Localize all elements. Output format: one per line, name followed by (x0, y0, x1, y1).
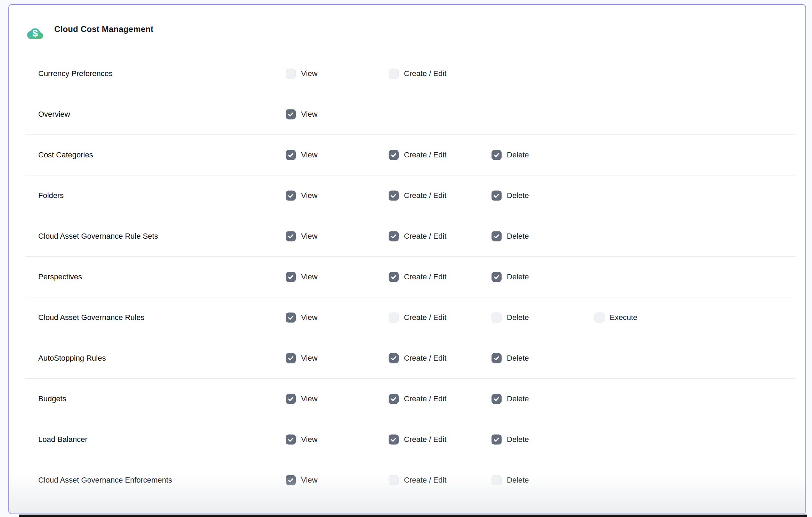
permission-label: View (301, 110, 317, 119)
permission-label: Delete (507, 232, 529, 241)
permission-cell-delete[interactable]: Delete (492, 312, 529, 322)
checkmark-icon (287, 314, 294, 321)
permission-cell-create-edit[interactable]: Create / Edit (389, 190, 446, 200)
checkmark-icon (493, 273, 500, 280)
checkbox-checked[interactable] (389, 272, 399, 282)
checkbox-checked[interactable] (286, 353, 296, 363)
checkbox-checked[interactable] (286, 150, 296, 160)
permission-cell-view[interactable]: View (286, 353, 317, 363)
permission-label: View (301, 354, 317, 363)
permission-cell-delete[interactable]: Delete (492, 353, 529, 363)
permission-label: Delete (507, 150, 529, 159)
table-row-cloud-asset-governance-rule-sets: Cloud Asset Governance Rule Sets ViewCre… (9, 216, 805, 256)
permission-label: View (301, 69, 317, 78)
checkbox-checked[interactable] (389, 434, 399, 444)
table-row-cloud-asset-governance-enforcements: Cloud Asset Governance Enforcements View… (9, 460, 805, 500)
permission-cell-delete[interactable]: Delete (492, 231, 529, 241)
permission-cell-view[interactable]: View (286, 312, 317, 322)
permission-cell-create-edit[interactable]: Create / Edit (389, 231, 446, 241)
permission-label: View (301, 394, 317, 403)
checkbox-unchecked[interactable] (389, 312, 399, 322)
checkbox-checked[interactable] (492, 150, 502, 160)
checkbox-checked[interactable] (492, 190, 502, 200)
checkbox-unchecked[interactable] (594, 312, 604, 322)
permission-label: Create / Edit (404, 150, 446, 159)
checkbox-checked[interactable] (286, 272, 296, 282)
checkbox-checked[interactable] (389, 394, 399, 404)
permission-cell-delete[interactable]: Delete (492, 272, 529, 282)
permission-cell-delete[interactable]: Delete (492, 394, 529, 404)
permission-label: View (301, 232, 317, 241)
checkmark-icon (493, 151, 500, 158)
checkbox-unchecked[interactable] (389, 68, 399, 79)
resource-label: Cloud Asset Governance Enforcements (38, 476, 172, 485)
checkbox-checked[interactable] (286, 394, 296, 404)
checkbox-checked[interactable] (286, 190, 296, 200)
checkbox-unchecked[interactable] (389, 475, 399, 485)
checkbox-checked[interactable] (492, 434, 502, 444)
checkbox-checked[interactable] (286, 434, 296, 444)
checkbox-checked[interactable] (389, 150, 399, 160)
permission-label: Delete (507, 313, 529, 322)
checkbox-checked[interactable] (286, 109, 296, 119)
permission-label: Delete (507, 394, 529, 403)
checkmark-icon (287, 477, 294, 483)
checkbox-checked[interactable] (389, 353, 399, 363)
permission-cell-create-edit[interactable]: Create / Edit (389, 475, 446, 485)
permission-cell-execute[interactable]: Execute (594, 312, 638, 322)
module-title: Cloud Cost Management (54, 5, 154, 53)
permission-cell-view[interactable]: View (286, 109, 317, 119)
checkbox-unchecked[interactable] (492, 312, 502, 322)
permission-cell-delete[interactable]: Delete (492, 434, 529, 444)
checkbox-checked[interactable] (286, 231, 296, 241)
permission-label: Create / Edit (404, 191, 446, 200)
checkmark-icon (287, 273, 294, 280)
permission-cell-view[interactable]: View (286, 475, 317, 485)
permission-cell-view[interactable]: View (286, 272, 317, 282)
checkmark-icon (390, 436, 397, 443)
resource-label: Folders (38, 191, 64, 200)
checkbox-checked[interactable] (286, 475, 296, 485)
checkbox-unchecked[interactable] (286, 68, 296, 79)
checkbox-checked[interactable] (492, 394, 502, 404)
table-row-cloud-asset-governance-rules: Cloud Asset Governance Rules ViewCreate … (9, 297, 805, 338)
permission-cell-create-edit[interactable]: Create / Edit (389, 312, 446, 322)
resource-label: Perspectives (38, 272, 82, 281)
permission-cell-view[interactable]: View (286, 434, 317, 444)
checkbox-checked[interactable] (286, 312, 296, 322)
permission-cell-view[interactable]: View (286, 231, 317, 241)
checkmark-icon (493, 233, 500, 239)
checkmark-icon (390, 233, 397, 239)
checkbox-checked[interactable] (492, 272, 502, 282)
permission-cell-create-edit[interactable]: Create / Edit (389, 353, 446, 363)
permission-cell-view[interactable]: View (286, 68, 317, 79)
permission-label: Create / Edit (404, 232, 446, 241)
permission-cell-create-edit[interactable]: Create / Edit (389, 272, 446, 282)
permission-cell-delete[interactable]: Delete (492, 190, 529, 200)
checkbox-checked[interactable] (389, 231, 399, 241)
checkbox-checked[interactable] (492, 353, 502, 363)
permission-cell-create-edit[interactable]: Create / Edit (389, 150, 446, 160)
permission-label: Create / Edit (404, 69, 446, 78)
checkmark-icon (493, 436, 500, 443)
checkmark-icon (287, 436, 294, 443)
permission-cell-view[interactable]: View (286, 190, 317, 200)
permission-cell-create-edit[interactable]: Create / Edit (389, 68, 446, 79)
permission-label: Delete (507, 191, 529, 200)
checkbox-checked[interactable] (492, 231, 502, 241)
permission-cell-create-edit[interactable]: Create / Edit (389, 434, 446, 444)
permission-cell-view[interactable]: View (286, 150, 317, 160)
table-row-autostopping-rules: AutoStopping Rules ViewCreate / EditDele… (9, 338, 805, 378)
checkbox-unchecked[interactable] (492, 475, 502, 485)
permission-cell-delete[interactable]: Delete (492, 150, 529, 160)
permission-label: Delete (507, 354, 529, 363)
permission-cell-create-edit[interactable]: Create / Edit (389, 394, 446, 404)
checkmark-icon (287, 111, 294, 117)
checkmark-icon (287, 355, 294, 361)
permission-cell-delete[interactable]: Delete (492, 475, 529, 485)
permission-cell-view[interactable]: View (286, 394, 317, 404)
table-row-overview: Overview View (9, 94, 805, 134)
permission-label: Delete (507, 435, 529, 444)
resource-label: AutoStopping Rules (38, 354, 106, 363)
checkbox-checked[interactable] (389, 190, 399, 200)
